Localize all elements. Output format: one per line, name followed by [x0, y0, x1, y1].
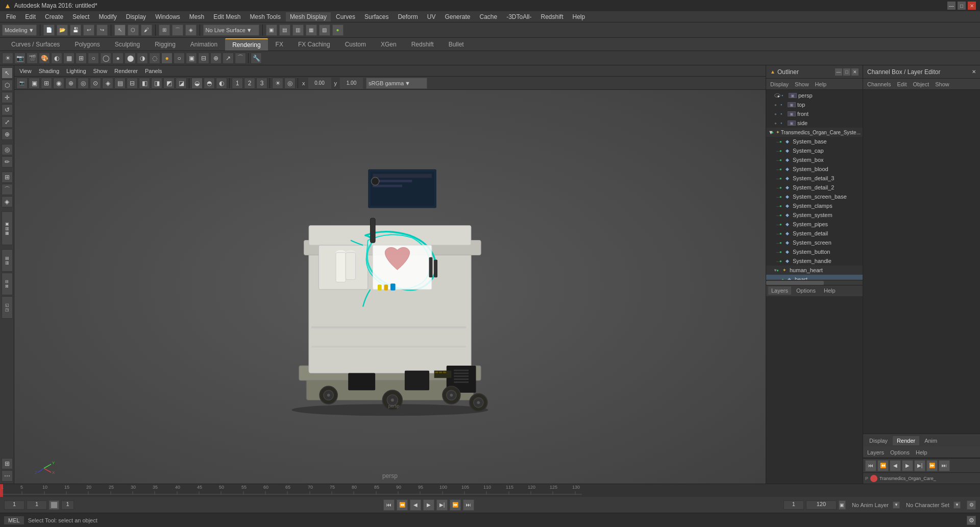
- tab-curves-surfaces[interactable]: Curves / Surfaces: [4, 39, 67, 50]
- outliner-scroll-x[interactable]: [766, 280, 863, 285]
- universal-tool[interactable]: ⊕: [2, 129, 13, 140]
- menu-windows[interactable]: Windows: [151, 12, 184, 21]
- tab-polygons[interactable]: Polygons: [67, 39, 107, 50]
- tab-fx-caching[interactable]: FX Caching: [291, 39, 337, 50]
- pb-next-frame[interactable]: ▶|: [914, 460, 925, 471]
- open-scene-button[interactable]: 📂: [57, 25, 68, 36]
- tree-item-sys-pipes[interactable]: — ● ◆ System_pipes: [766, 220, 863, 229]
- tree-item-tocs[interactable]: ▼ ● ✦ Transmedics_Organ_Care_Syste...: [766, 128, 863, 137]
- outliner-tree[interactable]: ● ▪ ▣ persp ● ▪ ▣ top ●: [766, 90, 863, 280]
- pb-settings-btn[interactable]: ⚙: [967, 500, 976, 510]
- channel-tab-layers[interactable]: Layers: [768, 286, 791, 295]
- select-button[interactable]: ↖: [114, 25, 126, 36]
- tree-item-sys-screen[interactable]: — ● ◆ System_screen: [766, 238, 863, 247]
- menu-select[interactable]: Select: [68, 12, 93, 21]
- lasso-button[interactable]: ⬡: [128, 25, 139, 36]
- tab-fx[interactable]: FX: [268, 39, 290, 50]
- tool-light2[interactable]: ○: [88, 53, 99, 64]
- vp-tool7[interactable]: ⊙: [90, 78, 101, 89]
- menu-modify[interactable]: Modify: [94, 12, 120, 21]
- gamma-dropdown[interactable]: sRGB gamma ▼: [366, 78, 427, 89]
- outliner-menu-display[interactable]: Display: [768, 80, 791, 88]
- cb-menu-show[interactable]: Show: [933, 80, 951, 88]
- vp-tool9[interactable]: ▤: [114, 78, 126, 89]
- pb-go-end[interactable]: ⏭: [939, 460, 950, 471]
- tree-item-sys-detail2[interactable]: — ● ◆ System_detail_2: [766, 183, 863, 192]
- save-scene-button[interactable]: 💾: [70, 25, 81, 36]
- outliner-maximize[interactable]: □: [843, 68, 850, 76]
- tool-curve[interactable]: ⌒: [235, 53, 246, 64]
- tab-redshift[interactable]: Redshift: [404, 39, 441, 50]
- sub-frame-field[interactable]: 1: [61, 500, 74, 510]
- menu-mesh[interactable]: Mesh: [185, 12, 208, 21]
- tool-white-circle[interactable]: ○: [174, 53, 185, 64]
- tree-item-sys-detail3[interactable]: — ● ◆ System_detail_3: [766, 174, 863, 183]
- menu-help[interactable]: Help: [569, 12, 590, 21]
- vp-tool-smooth[interactable]: ◪: [176, 78, 187, 89]
- outliner-menu-show[interactable]: Show: [793, 80, 811, 88]
- tab-xgen[interactable]: XGen: [374, 39, 404, 50]
- scroll-thumb[interactable]: [766, 281, 824, 285]
- tool-mat[interactable]: 🎨: [39, 53, 50, 64]
- new-scene-button[interactable]: 📄: [43, 25, 55, 36]
- tree-item-human-heart[interactable]: ▼ ● ✦ human_heart: [766, 266, 863, 275]
- cb-tab-anim[interactable]: Anim: [920, 436, 941, 445]
- tree-item-heart[interactable]: — ● ◆ heart: [766, 275, 863, 280]
- viewport[interactable]: persp persp X Y Z: [14, 90, 766, 484]
- tree-item-sys-base[interactable]: — ● ◆ System_base: [766, 137, 863, 146]
- menu-mesh-display[interactable]: Mesh Display: [286, 12, 331, 21]
- tool-sphere[interactable]: ●: [112, 53, 124, 64]
- menu-display[interactable]: Display: [122, 12, 150, 21]
- mode-dropdown[interactable]: Modeling ▼: [2, 25, 37, 36]
- tab-animation[interactable]: Animation: [183, 39, 225, 50]
- vp-menu-shading[interactable]: Shading: [36, 67, 62, 75]
- vp-light2[interactable]: ◎: [284, 78, 296, 89]
- vp-res1[interactable]: 1: [232, 78, 243, 89]
- pb-go-end-main[interactable]: ⏭: [463, 499, 474, 511]
- render-active-btn[interactable]: ●: [332, 25, 344, 36]
- minimize-button[interactable]: —: [947, 2, 955, 10]
- pb-step-back[interactable]: ⏪: [877, 460, 889, 471]
- tree-item-side[interactable]: ● ▪ ▣ side: [766, 118, 863, 128]
- scale-tool[interactable]: ⤢: [2, 116, 13, 128]
- char-set-btn[interactable]: ▼: [953, 501, 961, 509]
- snap-curve[interactable]: ⌒: [2, 184, 13, 195]
- vp-shading3[interactable]: ◐: [216, 78, 227, 89]
- tab-sculpting[interactable]: Sculpting: [108, 39, 147, 50]
- quick-sel[interactable]: ▣▥▦: [2, 211, 13, 245]
- tool-group1[interactable]: ▤▥: [2, 249, 13, 272]
- lasso-tool[interactable]: ⬡: [2, 80, 13, 91]
- close-button[interactable]: ✕: [968, 2, 976, 10]
- vp-menu-renderer[interactable]: Renderer: [111, 67, 141, 75]
- pb-prev-frame[interactable]: ◀: [890, 460, 901, 471]
- vp-shading1[interactable]: ◒: [191, 78, 203, 89]
- tool-filled[interactable]: ●: [161, 53, 173, 64]
- cb-sub-layers[interactable]: Layers: [865, 448, 886, 457]
- vp-tool3[interactable]: ⊞: [41, 78, 52, 89]
- tree-item-sys-screen-base[interactable]: — ● ◆ System_screen_base: [766, 192, 863, 201]
- pb-go-start[interactable]: ⏮: [865, 460, 876, 471]
- timeline-area[interactable]: 1 5 10 15 20 25 30 35 40 45 50 55 60: [0, 484, 980, 496]
- vp-res2[interactable]: 2: [244, 78, 255, 89]
- vp-res3[interactable]: 3: [256, 78, 267, 89]
- cb-menu-object[interactable]: Object: [911, 80, 931, 88]
- menu-curves[interactable]: Curves: [332, 12, 359, 21]
- vp-light1[interactable]: ☀: [272, 78, 283, 89]
- tool-group2[interactable]: ⊟⊠: [2, 273, 13, 295]
- vp-tool10[interactable]: ⊟: [127, 78, 138, 89]
- anim-layer-btn[interactable]: ▼: [893, 501, 900, 509]
- no-live-surface[interactable]: No Live Surface ▼: [203, 25, 259, 36]
- tool-grad[interactable]: ◑: [137, 53, 148, 64]
- menu-generate[interactable]: Generate: [440, 12, 474, 21]
- menu-redshift[interactable]: Redshift: [537, 12, 568, 21]
- vp-tool6[interactable]: ◎: [78, 78, 89, 89]
- tool-uv[interactable]: ⊞: [76, 53, 87, 64]
- vp-menu-lighting[interactable]: Lighting: [63, 67, 89, 75]
- rotate-tool[interactable]: ↺: [2, 104, 13, 115]
- vp-tool12[interactable]: ◨: [151, 78, 162, 89]
- cb-menu-edit[interactable]: Edit: [895, 80, 909, 88]
- outliner-menu-help[interactable]: Help: [813, 80, 829, 88]
- tree-item-top[interactable]: ● ▪ ▣ top: [766, 100, 863, 109]
- undo-button[interactable]: ↩: [83, 25, 94, 36]
- menu-edit[interactable]: Edit: [21, 12, 40, 21]
